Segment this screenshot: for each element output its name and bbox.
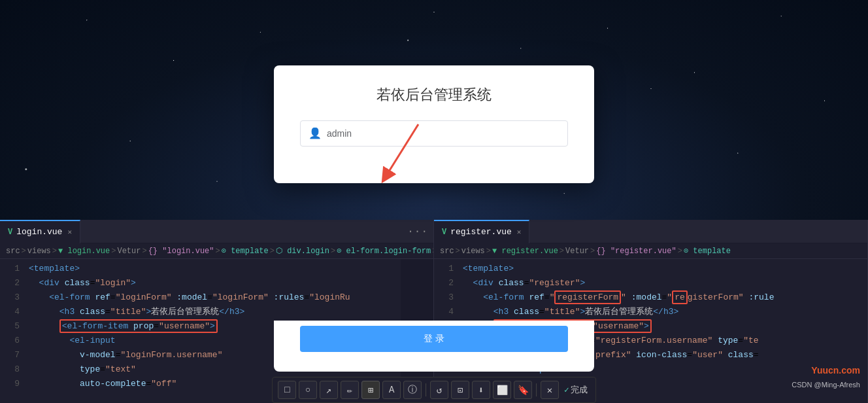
bc-src: src: [6, 247, 20, 256]
right-tab-register[interactable]: V register.vue ✕: [434, 220, 529, 243]
login-button[interactable]: 登 录: [300, 326, 568, 352]
username-input-wrap: 👤: [300, 120, 568, 147]
watermark-csdn: CSDN @Ming-Afresh: [792, 381, 860, 389]
toolbar-info[interactable]: ⓘ: [403, 381, 422, 399]
bc-form: ⊙ el-form.login-form: [337, 246, 431, 256]
vue-icon-left: V: [8, 228, 12, 237]
right-tab-close[interactable]: ✕: [517, 228, 522, 236]
toolbar-window[interactable]: ⬜: [493, 381, 511, 399]
user-icon: 👤: [309, 127, 322, 140]
check-icon: ✓: [564, 385, 569, 395]
vue-icon-right: V: [442, 228, 446, 237]
left-tab-login[interactable]: V login.vue ✕: [0, 220, 80, 243]
right-line-4: <h3 class="title">若依后台管理系统</h3>: [463, 305, 862, 319]
left-line-3: <el-form ref="loginForm" :model="loginFo…: [29, 290, 395, 305]
username-input[interactable]: [327, 128, 559, 139]
right-line-1: <template>: [463, 262, 862, 276]
login-title: 若依后台管理系统: [300, 85, 568, 105]
left-tab-close[interactable]: ✕: [67, 228, 72, 236]
toolbar-sep-1: [426, 383, 426, 396]
left-tab-label: login.vue: [16, 227, 62, 237]
login-dialog: 若依后台管理系统 👤: [274, 65, 594, 183]
left-line-2: <div class="login">: [29, 276, 395, 290]
toolbar-done-button[interactable]: ✓ 完成: [561, 384, 590, 396]
bc-vetur: Vetur: [117, 247, 141, 256]
toolbar-text[interactable]: A: [382, 381, 401, 399]
editor-area: V login.vue ✕ ··· src > views > ▼ login.…: [0, 220, 868, 403]
right-tab-label: register.vue: [450, 227, 512, 237]
toolbar-expand[interactable]: ⊡: [451, 381, 469, 399]
right-breadcrumb: src > views > ▼ register.vue > Vetur > {…: [434, 243, 867, 259]
done-label: 完成: [571, 384, 588, 396]
left-breadcrumb: src > views > ▼ login.vue > Vetur > {} "…: [0, 243, 433, 259]
toolbar-download[interactable]: ⬇: [472, 381, 490, 399]
left-line-numbers: 12345 6789: [0, 259, 24, 403]
left-tab-bar: V login.vue ✕ ···: [0, 220, 433, 243]
right-line-2: <div class="register">: [463, 276, 862, 290]
left-line-4: <h3 class="title">若依后台管理系统</h3>: [29, 305, 395, 319]
bc-file: ▼ login.vue: [58, 247, 110, 256]
bc-template: ⊙ template: [222, 246, 269, 256]
left-tab-dots[interactable]: ···: [407, 226, 428, 237]
right-tab-bar: V register.vue ✕: [434, 220, 867, 243]
rbc-template: ⊙ template: [684, 246, 731, 256]
right-line-3: <el-form ref="registerForm" :model="regi…: [463, 290, 862, 305]
toolbar-rect[interactable]: □: [278, 381, 296, 399]
toolbar-bookmark[interactable]: 🔖: [514, 381, 532, 399]
left-editor-panel: V login.vue ✕ ··· src > views > ▼ login.…: [0, 220, 434, 403]
bc-obj: {} "login.vue": [148, 247, 214, 256]
rbc-src: src: [440, 247, 454, 256]
toolbar-close[interactable]: ✕: [541, 381, 559, 399]
toolbar-circle[interactable]: ○: [299, 381, 317, 399]
toolbar-pen[interactable]: ✏: [341, 381, 359, 399]
left-line-1: <template>: [29, 262, 395, 276]
watermark-yuucn: Yuucn.com: [811, 365, 860, 376]
toolbar-grid[interactable]: ⊞: [361, 381, 380, 399]
rbc-views: views: [461, 247, 485, 256]
bc-div: ⬡ div.login: [276, 246, 329, 256]
login-bottom: 登 录: [274, 321, 594, 372]
toolbar-undo[interactable]: ↺: [430, 381, 448, 399]
toolbar-arrow[interactable]: ↗: [320, 381, 338, 399]
rbc-vetur: Vetur: [565, 247, 589, 256]
toolbar-sep-2: [536, 383, 537, 396]
annotation-toolbar: □ ○ ↗ ✏ ⊞ A ⓘ ↺ ⊡ ⬇ ⬜ 🔖 ✕ ✓ 完成: [272, 377, 596, 403]
right-editor-panel: V register.vue ✕ src > views > ▼ registe…: [434, 220, 868, 403]
rbc-obj: {} "register.vue": [596, 247, 676, 256]
rbc-file: ▼ register.vue: [492, 247, 558, 256]
bc-views: views: [27, 247, 51, 256]
